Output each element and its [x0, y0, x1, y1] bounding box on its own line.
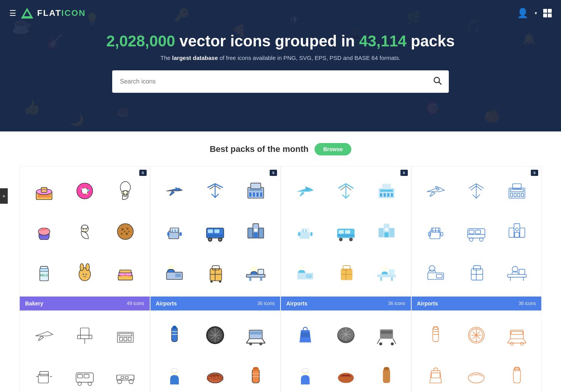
section-title: Best packs of the month: [210, 144, 308, 154]
pack-icon-cell: [154, 315, 195, 356]
svg-rect-155: [441, 232, 443, 236]
pack-icons-bbq-2: [281, 311, 411, 392]
bbq-sauce: [245, 365, 267, 387]
svg-rect-247: [302, 369, 308, 373]
airport3-checkin: [425, 261, 446, 283]
svg-rect-69: [257, 192, 259, 196]
pack-card-airports-3[interactable]: Airports 36 icons S: [411, 166, 542, 311]
bbq2-apron: [294, 324, 316, 346]
pack-card-airports-1[interactable]: Airports 36 icons S: [150, 166, 281, 311]
pack-icon-cell: [325, 170, 366, 211]
svg-rect-230: [254, 367, 258, 370]
svg-point-63: [128, 275, 130, 276]
pack-card-bbq-3[interactable]: [411, 311, 542, 392]
search-button[interactable]: [426, 70, 449, 93]
svg-rect-233: [301, 332, 309, 337]
svg-rect-273: [515, 367, 519, 370]
svg-rect-106: [258, 269, 264, 274]
pack-icon-cell: [195, 211, 236, 252]
side-expand-button[interactable]: +: [0, 188, 8, 204]
svg-rect-123: [345, 230, 350, 233]
hamburger-icon[interactable]: ☰: [9, 9, 16, 18]
svg-point-44: [127, 228, 128, 230]
pack-footer-airports-3: Airports 36 icons: [412, 297, 542, 310]
logo-text-accent: ICON: [62, 8, 86, 18]
pack-icon-cell: [24, 170, 64, 211]
hero-section: ☕ 🎸 💡 ✂ 🔑 🍕 ✈ 📱 🌿 🎵 🔔 👍 🌙 🍩 🎯 🍊 ☰: [0, 0, 561, 131]
airport-icon-luggage: [204, 261, 226, 283]
bakery-icon-donut: [74, 180, 96, 202]
svg-point-223: [260, 343, 262, 345]
logo[interactable]: FLATICON: [21, 8, 86, 19]
pack-icon-cell: [105, 170, 145, 211]
bbq3-grill2: [465, 324, 487, 346]
packs-grid-row2: STEAK: [0, 311, 561, 392]
svg-point-37: [43, 227, 45, 230]
pack-icon-cell: [497, 356, 537, 392]
pack-icon-cell: [64, 211, 105, 252]
svg-rect-195: [77, 375, 82, 378]
svg-rect-154: [428, 232, 431, 236]
svg-rect-160: [469, 230, 474, 233]
airport2-plane: [294, 180, 316, 202]
pack-icon-cell: [105, 211, 145, 252]
pack-card-bakery[interactable]: MILK: [19, 166, 150, 311]
bakery-icon-chef: [115, 180, 136, 202]
grid-icon[interactable]: [543, 9, 552, 17]
browse-button[interactable]: Browse: [315, 143, 351, 155]
pack-icon-cell: [366, 252, 407, 292]
pack-icon-cell: [285, 211, 325, 252]
svg-rect-140: [380, 277, 382, 281]
row2-terminal: [115, 324, 136, 346]
bbq-chef2: [164, 365, 185, 387]
pack-icon-cell: [236, 170, 276, 211]
pack-card-bbq-2[interactable]: [280, 311, 411, 392]
airport2-luggage: [335, 261, 357, 283]
svg-point-57: [86, 274, 87, 275]
airport3-terminal: [506, 180, 528, 202]
svg-rect-130: [384, 232, 388, 237]
svg-rect-240: [380, 329, 393, 339]
svg-rect-110: [380, 193, 382, 196]
svg-point-268: [521, 343, 523, 345]
navbar-right: 👤 ▾: [517, 8, 552, 19]
bbq2-cart2: [376, 324, 397, 346]
bbq-cart: [245, 324, 267, 346]
svg-rect-113: [391, 193, 393, 196]
bakery-icon-chef-girl: [74, 221, 96, 242]
airport3-luggage: [465, 261, 487, 283]
svg-point-34: [123, 193, 125, 194]
pack-icon-cell: STEAK: [195, 356, 236, 392]
pack-card-bbq-1[interactable]: STEAK: [150, 311, 281, 392]
svg-point-46: [126, 233, 128, 235]
airport-icon-bus: [204, 221, 226, 242]
svg-rect-218: [250, 332, 262, 334]
pack-card-airports-2[interactable]: Airports 36 icons S: [280, 166, 411, 311]
search-input[interactable]: [112, 71, 426, 92]
svg-line-219: [246, 339, 249, 343]
svg-point-244: [379, 343, 382, 345]
svg-point-43: [121, 228, 124, 230]
pack-icon-cell: [366, 315, 407, 356]
pack-icons-row2-1: [20, 311, 150, 392]
pack-icon-cell: [64, 315, 105, 356]
svg-text:STEAK: STEAK: [207, 375, 224, 381]
svg-rect-170: [428, 273, 444, 280]
pack-footer-bakery: Bakery 49 icons: [20, 297, 150, 310]
svg-rect-78: [178, 229, 179, 232]
airport2-terminal: [376, 180, 397, 202]
svg-rect-188: [124, 337, 127, 341]
svg-rect-68: [253, 192, 255, 196]
row2-cafe2: [33, 365, 55, 387]
pack-name: Airports: [417, 300, 438, 307]
svg-rect-166: [509, 228, 514, 237]
pack-icon-cell: [154, 211, 195, 252]
user-dropdown-arrow[interactable]: ▾: [535, 10, 537, 16]
hero-stat1: 2,028,000: [106, 32, 175, 49]
pack-icon-cell: [236, 211, 276, 252]
pack-card-airports-row2-1[interactable]: [19, 311, 150, 392]
pack-icon-cell: [24, 211, 64, 252]
user-icon[interactable]: 👤: [517, 8, 529, 19]
svg-rect-134: [306, 274, 311, 278]
pack-icon-cell: [236, 252, 276, 292]
